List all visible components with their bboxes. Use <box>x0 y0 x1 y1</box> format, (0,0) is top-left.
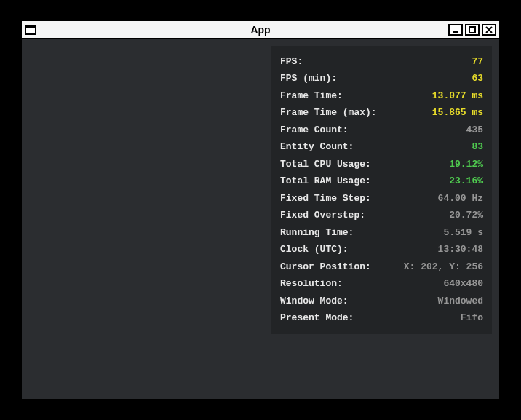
stat-value: 15.865 ms <box>432 108 483 118</box>
app-window: App FPS:77FPS (min):63Frame Time:13.077 … <box>22 21 499 399</box>
stat-value: Windowed <box>438 296 483 306</box>
stat-row: Entity Count:83 <box>280 139 483 156</box>
stat-value: 435 <box>466 125 483 135</box>
stat-row: Frame Time (max):15.865 ms <box>280 105 483 122</box>
stat-value: 19.12% <box>449 159 483 170</box>
stat-value: 13:30:48 <box>438 245 483 255</box>
stat-row: Fixed Overstep:20.72% <box>280 207 483 225</box>
stat-value: 13.077 ms <box>432 91 483 101</box>
stat-value: Fifo <box>461 313 483 323</box>
stat-value: 83 <box>472 142 483 152</box>
stat-value: 5.519 s <box>443 228 483 238</box>
stat-label: Clock (UTC): <box>280 245 349 255</box>
stat-label: Resolution: <box>280 279 343 289</box>
stat-value: 23.16% <box>449 176 483 186</box>
stat-row: Cursor Position:X: 202, Y: 256 <box>280 258 483 276</box>
stat-label: Present Mode: <box>280 313 354 323</box>
stat-row: Present Mode:Fifo <box>280 310 483 328</box>
titlebar[interactable]: App <box>22 21 499 39</box>
svg-rect-1 <box>469 27 475 33</box>
stat-label: Frame Count: <box>280 125 349 135</box>
minimize-button[interactable] <box>448 24 463 36</box>
svg-rect-0 <box>453 31 458 33</box>
close-button[interactable] <box>482 24 496 36</box>
stat-value: 63 <box>472 74 483 84</box>
stat-value: 640x480 <box>443 279 483 289</box>
stat-row: Fixed Time Step:64.00 Hz <box>280 190 483 207</box>
debug-stats-overlay: FPS:77FPS (min):63Frame Time:13.077 msFr… <box>271 46 492 334</box>
stat-value: X: 202, Y: 256 <box>404 262 483 272</box>
stat-row: Running Time:5.519 s <box>280 224 483 242</box>
stat-label: Fixed Time Step: <box>280 194 371 204</box>
stat-value: 20.72% <box>449 210 483 221</box>
stat-label: Window Mode: <box>280 296 349 306</box>
viewport[interactable]: FPS:77FPS (min):63Frame Time:13.077 msFr… <box>22 39 499 399</box>
stat-row: FPS (min):63 <box>280 71 483 88</box>
stat-row: Frame Time:13.077 ms <box>280 87 483 105</box>
stat-row: FPS:77 <box>280 53 483 71</box>
stat-label: Total CPU Usage: <box>280 159 371 170</box>
stat-label: Total RAM Usage: <box>280 176 371 186</box>
maximize-button[interactable] <box>465 24 480 36</box>
system-menu-icon[interactable] <box>25 25 36 35</box>
stat-row: Total RAM Usage:23.16% <box>280 173 483 191</box>
stat-value: 64.00 Hz <box>438 194 483 204</box>
stat-value: 77 <box>472 57 483 67</box>
stat-label: Running Time: <box>280 228 354 238</box>
stat-label: FPS (min): <box>280 74 337 84</box>
stat-label: FPS: <box>280 57 303 67</box>
stat-label: Frame Time: <box>280 91 343 101</box>
stat-row: Clock (UTC):13:30:48 <box>280 242 483 259</box>
stat-row: Window Mode:Windowed <box>280 293 483 310</box>
stat-row: Resolution:640x480 <box>280 276 483 293</box>
stat-row: Total CPU Usage:19.12% <box>280 156 483 173</box>
stat-label: Cursor Position: <box>280 262 371 272</box>
stat-row: Frame Count:435 <box>280 122 483 139</box>
stat-label: Fixed Overstep: <box>280 210 365 221</box>
window-title: App <box>250 24 270 36</box>
stat-label: Frame Time (max): <box>280 108 377 118</box>
stat-label: Entity Count: <box>280 142 354 152</box>
